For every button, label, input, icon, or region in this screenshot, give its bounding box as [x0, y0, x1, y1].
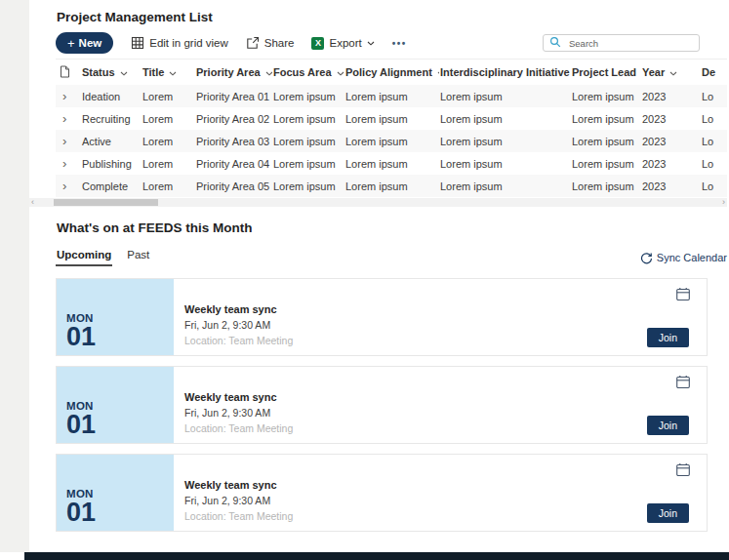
table-cell: Lorem ipsum	[344, 130, 439, 152]
column-header-interdisciplinary-initiative[interactable]: Interdisciplinary Initiative	[439, 60, 571, 85]
event-location: Location: Team Meeting	[184, 335, 293, 346]
table-cell: Lo	[701, 107, 727, 130]
event-location: Location: Team Meeting	[184, 510, 293, 522]
event-datetime: Fri, Jun 2, 9:30 AM	[184, 319, 293, 331]
page-title: Project Management List	[57, 10, 727, 25]
chevron-down-icon	[367, 41, 375, 46]
tab-upcoming[interactable]: Upcoming	[56, 249, 112, 266]
join-button[interactable]: Join	[647, 503, 689, 523]
scroll-right-arrow[interactable]: ›	[722, 198, 725, 207]
table-cell: Lo	[701, 130, 727, 152]
table-cell: Ideation	[81, 85, 142, 107]
calendar-icon[interactable]	[675, 375, 691, 389]
edit-grid-view-label: Edit in grid view	[149, 37, 228, 49]
bottom-bar	[24, 552, 729, 560]
event-title: Weekly team sync	[184, 479, 293, 491]
table-cell: Priority Area 02	[195, 107, 272, 130]
table-cell: Recruiting	[81, 107, 142, 130]
table-cell: 2023	[641, 85, 701, 107]
table-cell: Lorem ipsum	[344, 107, 439, 130]
event-card: MON 01 Weekly team sync Fri, Jun 2, 9:30…	[56, 454, 708, 532]
table-cell: Lorem ipsum	[571, 107, 641, 130]
column-header-project-lead[interactable]: Project Lead	[571, 60, 641, 85]
table-cell: Publishing	[81, 152, 142, 175]
column-header-label: De	[702, 66, 715, 78]
table-cell: Lorem ipsum	[439, 107, 571, 130]
event-cards-list: MON 01 Weekly team sync Fri, Jun 2, 9:30…	[56, 278, 708, 532]
event-day-number: 01	[66, 500, 174, 526]
table-row[interactable]: ›CompleteLoremPriority Area 05Lorem ipsu…	[56, 175, 727, 197]
search-icon	[549, 34, 561, 52]
table-cell: 2023	[641, 107, 701, 130]
column-header-focus-area[interactable]: Focus Area	[272, 60, 344, 85]
column-header-title[interactable]: Title	[142, 60, 195, 85]
horizontal-scrollbar[interactable]: ‹ ›	[29, 198, 727, 207]
tab-past[interactable]: Past	[126, 249, 150, 266]
sync-calendar-label: Sync Calendar	[657, 252, 727, 263]
row-expand-chevron-icon[interactable]: ›	[56, 152, 81, 175]
search-input[interactable]	[567, 37, 693, 50]
column-header-label: Focus Area	[273, 66, 332, 78]
event-details: Weekly team sync Fri, Jun 2, 9:30 AM Loc…	[174, 279, 293, 355]
row-expand-chevron-icon[interactable]: ›	[56, 130, 81, 152]
row-expand-chevron-icon[interactable]: ›	[56, 85, 81, 107]
event-location: Location: Team Meeting	[184, 422, 293, 434]
overflow-menu-button[interactable]: •••	[392, 38, 407, 49]
left-gutter	[0, 0, 29, 552]
column-header-label: Year	[642, 66, 665, 78]
event-card: MON 01 Weekly team sync Fri, Jun 2, 9:30…	[56, 278, 708, 356]
table-cell: Lorem ipsum	[439, 175, 571, 197]
column-header-priority-area[interactable]: Priority Area	[195, 60, 272, 85]
row-expand-chevron-icon[interactable]: ›	[56, 175, 81, 197]
event-date-block: MON 01	[57, 279, 174, 355]
column-header-status[interactable]: Status	[81, 60, 142, 85]
calendar-icon[interactable]	[675, 462, 691, 477]
column-header-policy-alignment[interactable]: Policy Alignment	[344, 60, 439, 85]
table-cell: Lorem ipsum	[344, 152, 439, 175]
event-date-block: MON 01	[57, 455, 174, 531]
calendar-icon[interactable]	[675, 287, 691, 301]
sync-icon	[640, 252, 653, 264]
column-header-label: Priority Area	[196, 66, 261, 78]
excel-icon: X	[311, 37, 324, 50]
scrollbar-thumb[interactable]	[54, 199, 158, 206]
event-tabs: UpcomingPast	[56, 249, 164, 266]
join-button[interactable]: Join	[647, 328, 689, 347]
table-cell: Lorem ipsum	[571, 152, 641, 175]
share-icon	[246, 36, 260, 50]
table-cell: Priority Area 05	[195, 175, 272, 197]
table-header-row: StatusTitlePriority AreaFocus AreaPolicy…	[56, 60, 727, 85]
edit-grid-view-button[interactable]: Edit in grid view	[131, 36, 228, 50]
event-date-block: MON 01	[57, 367, 174, 443]
table-row[interactable]: ›PublishingLoremPriority Area 04Lorem ip…	[56, 152, 727, 175]
event-day-number: 01	[66, 412, 174, 438]
table-cell: Lorem ipsum	[344, 85, 439, 107]
table-cell: Active	[81, 130, 142, 152]
column-header-de[interactable]: De	[701, 60, 727, 85]
grid-icon	[131, 36, 144, 50]
table-cell: Priority Area 03	[195, 130, 272, 152]
event-details: Weekly team sync Fri, Jun 2, 9:30 AM Loc…	[174, 367, 293, 443]
join-button[interactable]: Join	[647, 416, 689, 435]
new-button-label: New	[79, 37, 102, 49]
share-label: Share	[264, 37, 295, 49]
plus-icon: +	[67, 37, 75, 50]
column-header-label: Status	[82, 66, 115, 78]
table-cell: Lorem ipsum	[571, 130, 641, 152]
export-button[interactable]: X Export	[311, 37, 374, 50]
table-row[interactable]: ›ActiveLoremPriority Area 03Lorem ipsumL…	[56, 130, 727, 152]
share-button[interactable]: Share	[246, 36, 295, 50]
events-tabs-row: UpcomingPast Sync Calendar	[56, 249, 727, 266]
sync-calendar-button[interactable]: Sync Calendar	[640, 252, 727, 264]
table-row[interactable]: ›IdeationLoremPriority Area 01Lorem ipsu…	[56, 85, 727, 107]
table-cell: Lorem ipsum	[439, 152, 571, 175]
column-header-year[interactable]: Year	[641, 60, 701, 85]
row-expand-chevron-icon[interactable]: ›	[56, 107, 81, 130]
search-box[interactable]	[543, 34, 700, 52]
table-cell: Lorem ipsum	[344, 175, 439, 197]
scroll-left-arrow[interactable]: ‹	[31, 198, 34, 207]
table-row[interactable]: ›RecruitingLoremPriority Area 02Lorem ip…	[56, 107, 727, 130]
event-details: Weekly team sync Fri, Jun 2, 9:30 AM Loc…	[174, 455, 293, 531]
table-cell: Lo	[701, 152, 727, 175]
new-button[interactable]: + New	[56, 32, 113, 54]
